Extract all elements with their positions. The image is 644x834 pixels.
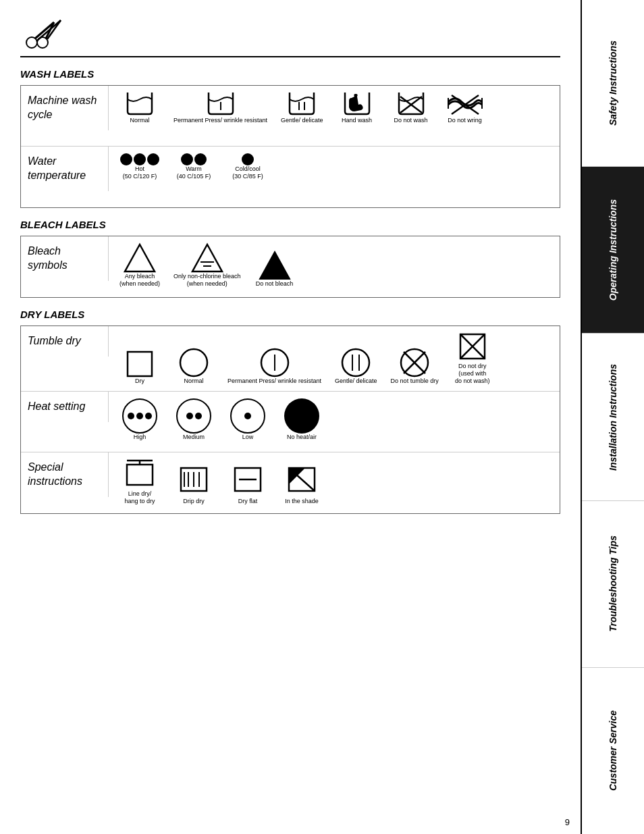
dry-icon — [126, 350, 153, 377]
symbol-hand-wash: Hand wash — [337, 93, 377, 124]
low-heat-icon — [230, 398, 265, 434]
dry-section-title: DRY LABELS — [20, 309, 560, 320]
in-shade-icon — [286, 467, 317, 498]
symbol-no-dry: Do not dry(used withdo not wash) — [452, 333, 493, 384]
normal-wash-icon — [125, 93, 155, 117]
symbol-low-heat: Low — [227, 398, 268, 441]
heat-setting-row: Heat setting High — [21, 392, 560, 452]
no-dry-icon — [459, 333, 486, 363]
sidebar-troubleshooting-label: Troubleshooting Tips — [608, 536, 618, 632]
low-heat-label: Low — [242, 434, 254, 441]
symbol-gentle: Gentle/ delicate — [281, 93, 323, 124]
warm-dots — [181, 153, 207, 165]
normal-wash-label: Normal — [130, 117, 149, 124]
symbol-dryer-perm: Permanent Press/ wrinkle resistant — [227, 348, 321, 385]
tumble-dry-title: Tumble dry — [21, 326, 109, 357]
symbol-do-not-wring: Do not wring — [445, 93, 485, 124]
tumble-dry-symbols: Dry Normal Permanent Press/ wrinkle resi… — [109, 326, 560, 391]
bleach-title: Bleach symbols — [21, 236, 109, 281]
symbol-hot: Hot(50 C/120 F) — [119, 153, 160, 180]
symbol-normal-wash: Normal — [119, 93, 160, 124]
right-sidebar: Safety Instructions Operating Instructio… — [581, 0, 644, 834]
heat-setting-title: Heat setting — [21, 392, 109, 422]
special-symbols: Line dry/hang to dry Drip dry — [109, 452, 560, 512]
symbol-in-shade: In the shade — [281, 467, 322, 505]
heat-symbols: High Medium Low — [109, 392, 560, 448]
svg-rect-30 — [127, 465, 153, 485]
dryer-gentle-label: Gentle/ delicate — [335, 377, 377, 385]
cold-dots — [242, 153, 254, 165]
dryer-gentle-icon — [341, 348, 371, 377]
no-heat-label: No heat/air — [287, 434, 317, 441]
sidebar-troubleshooting[interactable]: Troubleshooting Tips — [582, 501, 644, 668]
sidebar-installation[interactable]: Installation Instructions — [582, 334, 644, 500]
symbol-dry: Dry — [119, 350, 160, 385]
symbol-no-heat: No heat/air — [281, 398, 322, 441]
medium-heat-label: Medium — [183, 434, 205, 441]
symbol-do-not-bleach: Do not bleach — [254, 251, 295, 288]
wash-section-title: WASH LABELS — [20, 68, 560, 80]
sidebar-operating[interactable]: Operating Instructions — [582, 167, 644, 334]
non-chlorine-label: Only non-chlorine bleach(when needed) — [173, 273, 241, 288]
dry-label-box: Tumble dry Dry Normal — [20, 325, 560, 514]
dryer-perm-label: Permanent Press/ wrinkle resistant — [227, 377, 321, 385]
no-heat-icon — [284, 398, 319, 434]
perm-press-label: Permanent Press/ wrinkle resistant — [173, 117, 267, 124]
symbol-warm: Warm(40 C/105 F) — [173, 153, 214, 180]
water-temp-title: Water temperature — [21, 147, 109, 191]
line-dry-icon — [124, 459, 155, 490]
dry-flat-label: Dry flat — [238, 498, 258, 505]
water-temp-symbols: Hot(50 C/120 F) Warm(40 C/105 F) Cold/co… — [109, 147, 560, 187]
dryer-normal-icon — [179, 348, 209, 377]
svg-point-21 — [342, 349, 369, 376]
special-row: Special instructions Line dry/hang to dr… — [21, 452, 560, 513]
hand-wash-label: Hand wash — [342, 117, 372, 124]
hot-label: Hot(50 C/120 F) — [123, 165, 157, 180]
bleach-symbols: Any bleach(when needed) Only non-chlorin… — [109, 236, 560, 294]
drip-dry-icon — [178, 467, 209, 498]
any-bleach-icon — [124, 243, 156, 273]
svg-point-18 — [180, 349, 207, 376]
non-chlorine-icon — [191, 243, 223, 273]
page-number: 9 — [565, 817, 570, 827]
sidebar-safety[interactable]: Safety Instructions — [582, 0, 644, 167]
machine-wash-row: Machine wash cycle Normal — [21, 86, 560, 147]
medium-heat-icon — [176, 398, 211, 434]
svg-rect-17 — [128, 352, 152, 376]
machine-wash-symbols: Normal Permanent Press/ wrinkle resistan… — [109, 86, 560, 131]
svg-line-2 — [35, 22, 54, 38]
dry-flat-icon — [232, 467, 263, 498]
do-not-wring-icon — [445, 93, 485, 117]
dryer-perm-icon — [260, 348, 290, 377]
wash-label-box: Machine wash cycle Normal — [20, 85, 560, 208]
symbol-non-chlorine: Only non-chlorine bleach(when needed) — [173, 243, 241, 288]
bleach-row: Bleach symbols Any bleach(when needed) — [21, 236, 560, 297]
sidebar-operating-label: Operating Instructions — [608, 199, 618, 301]
hand-wash-icon — [342, 93, 372, 117]
warm-label: Warm(40 C/105 F) — [177, 165, 211, 180]
sidebar-installation-label: Installation Instructions — [608, 364, 618, 471]
high-heat-icon — [122, 398, 157, 434]
symbol-medium-heat: Medium — [173, 398, 214, 441]
cold-label: Cold/cool(30 C/85 F) — [232, 165, 263, 180]
symbol-no-tumble: Do not tumble dry — [391, 348, 439, 385]
do-not-wash-icon — [396, 93, 426, 117]
symbol-perm-press: Permanent Press/ wrinkle resistant — [173, 93, 267, 124]
gentle-label: Gentle/ delicate — [281, 117, 323, 124]
no-tumble-label: Do not tumble dry — [391, 377, 439, 385]
header-area — [20, 14, 560, 57]
any-bleach-label: Any bleach(when needed) — [119, 273, 160, 288]
dry-label: Dry — [135, 377, 144, 385]
no-dry-label: Do not dry(used withdo not wash) — [455, 363, 490, 384]
sidebar-customer-label: Customer Service — [608, 710, 618, 791]
do-not-wash-label: Do not wash — [394, 117, 428, 124]
do-not-bleach-icon — [259, 251, 291, 280]
perm-press-icon — [206, 93, 236, 117]
symbol-dryer-normal: Normal — [173, 348, 214, 385]
in-shade-label: In the shade — [285, 498, 319, 505]
sidebar-customer[interactable]: Customer Service — [582, 668, 644, 834]
dryer-normal-label: Normal — [184, 377, 203, 385]
line-dry-label: Line dry/hang to dry — [124, 490, 155, 505]
main-content: WASH LABELS Machine wash cycle Normal — [0, 0, 581, 834]
special-title: Special instructions — [21, 452, 109, 497]
